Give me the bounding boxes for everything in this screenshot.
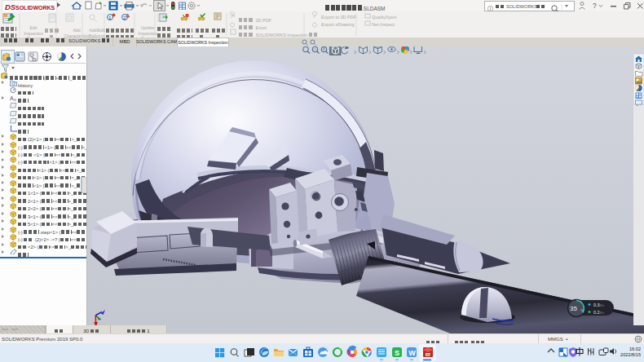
svg-text:S: S (395, 349, 399, 357)
svg-text:?: ? (593, 2, 597, 10)
svg-text:K/s: K/s (600, 311, 604, 315)
svg-text:%: % (580, 308, 584, 312)
svg-text:0.3: 0.3 (593, 302, 600, 307)
svg-text:0.2: 0.2 (593, 310, 600, 315)
svg-text:a: a (14, 97, 16, 102)
svg-text:K/s: K/s (600, 304, 604, 307)
svg-text:SW: SW (426, 353, 432, 357)
svg-text:SOLIDWORKS: SOLIDWORKS (15, 5, 55, 11)
svg-text:DS: DS (5, 2, 16, 11)
svg-text:W: W (408, 349, 416, 357)
svg-text:35: 35 (570, 305, 577, 312)
